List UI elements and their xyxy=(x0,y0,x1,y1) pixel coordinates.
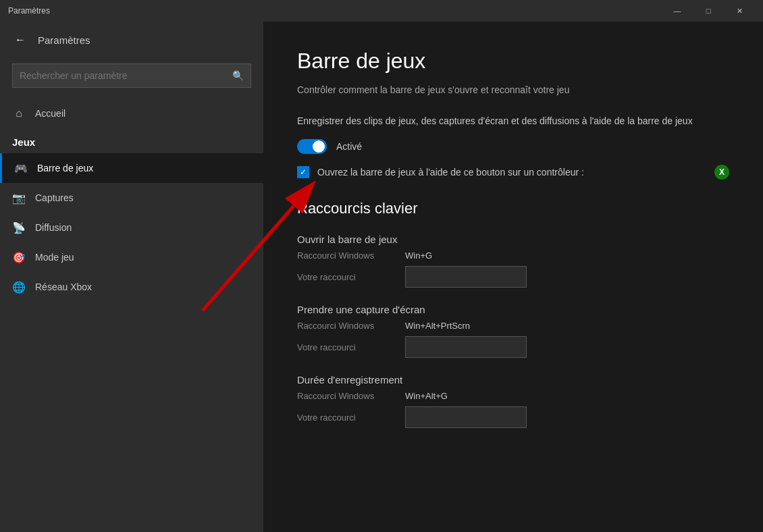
sidebar-item-diffusion[interactable]: 📡 Diffusion xyxy=(0,213,263,242)
search-box: 🔍 xyxy=(12,63,251,88)
shortcut-custom-label-2: Votre raccourci xyxy=(297,342,405,352)
content-area: Barre de jeux Contrôler comment la barre… xyxy=(263,22,763,532)
shortcut-group-open: Ouvrir la barre de jeux Raccourci Window… xyxy=(297,234,729,288)
sidebar-item-label-diffusion: Diffusion xyxy=(35,222,72,233)
sidebar-header: ← Paramètres xyxy=(0,22,263,58)
close-button[interactable]: ✕ xyxy=(724,0,755,22)
shortcut-row-custom-3: Votre raccourci xyxy=(297,406,729,428)
shortcut-row-custom-2: Votre raccourci xyxy=(297,336,729,358)
sidebar-item-label-mode-jeu: Mode jeu xyxy=(35,252,74,263)
titlebar: Paramètres — □ ✕ xyxy=(0,0,763,22)
shortcut-group-screenshot: Prendre une capture d'écran Raccourci Wi… xyxy=(297,304,729,358)
shortcut-custom-label-1: Votre raccourci xyxy=(297,272,405,282)
home-icon: ⌂ xyxy=(12,107,26,120)
main-layout: ← Paramètres 🔍 ⌂ Accueil Jeux 🎮 Barre de… xyxy=(0,22,763,532)
shortcut-group-title-duration: Durée d'enregistrement xyxy=(297,374,729,385)
shortcut-row-windows-2: Raccourci Windows Win+Alt+PrtScrn xyxy=(297,321,729,331)
titlebar-controls: — □ ✕ xyxy=(662,0,755,22)
shortcut-custom-input-1[interactable] xyxy=(405,266,527,288)
sidebar-header-title: Paramètres xyxy=(38,34,90,46)
back-button[interactable]: ← xyxy=(12,31,28,49)
search-icon: 🔍 xyxy=(232,70,244,81)
game-mode-icon: 🎯 xyxy=(12,250,26,264)
shortcut-windows-value-2: Win+Alt+PrtScrn xyxy=(405,321,470,331)
shortcut-group-duration: Durée d'enregistrement Raccourci Windows… xyxy=(297,374,729,428)
shortcut-custom-input-2[interactable] xyxy=(405,336,527,358)
gamepad-icon: 🎮 xyxy=(14,161,28,175)
page-title: Barre de jeux xyxy=(297,49,729,74)
sidebar-item-captures[interactable]: 📷 Captures xyxy=(0,183,263,213)
shortcut-custom-label-3: Votre raccourci xyxy=(297,413,405,423)
shortcut-windows-label-2: Raccourci Windows xyxy=(297,321,405,331)
shortcut-row-windows-1: Raccourci Windows Win+G xyxy=(297,250,729,261)
shortcut-custom-input-3[interactable] xyxy=(405,406,527,428)
sidebar-item-label-reseau-xbox: Réseau Xbox xyxy=(35,282,92,292)
search-input[interactable] xyxy=(20,70,232,81)
sidebar-section-label: Jeux xyxy=(0,128,263,153)
sidebar-item-mode-jeu[interactable]: 🎯 Mode jeu xyxy=(0,242,263,272)
toggle-description: Enregistrer des clips de jeux, des captu… xyxy=(297,114,729,128)
shortcut-windows-label-1: Raccourci Windows xyxy=(297,250,405,261)
shortcut-row-windows-3: Raccourci Windows Win+Alt+G xyxy=(297,391,729,401)
sidebar: ← Paramètres 🔍 ⌂ Accueil Jeux 🎮 Barre de… xyxy=(0,22,263,532)
shortcuts-title: Raccourcis clavier xyxy=(297,200,729,217)
section-subtitle: Contrôler comment la barre de jeux s'ouv… xyxy=(297,84,729,95)
shortcut-windows-label-3: Raccourci Windows xyxy=(297,391,405,401)
shortcut-group-title-screenshot: Prendre une capture d'écran xyxy=(297,304,729,315)
sidebar-item-reseau-xbox[interactable]: 🌐 Réseau Xbox xyxy=(0,272,263,302)
shortcut-group-title-open: Ouvrir la barre de jeux xyxy=(297,234,729,245)
sidebar-item-label-captures: Captures xyxy=(35,192,74,203)
xbox-network-icon: 🌐 xyxy=(12,280,26,294)
titlebar-title: Paramètres xyxy=(8,6,662,16)
sidebar-item-label-barre-de-jeux: Barre de jeux xyxy=(37,163,93,174)
broadcast-icon: 📡 xyxy=(12,221,26,234)
controller-checkbox[interactable]: ✓ xyxy=(297,166,309,178)
shortcut-windows-value-1: Win+G xyxy=(405,250,432,261)
maximize-button[interactable]: □ xyxy=(693,0,724,22)
checkbox-row: ✓ Ouvrez la barre de jeux à l'aide de ce… xyxy=(297,165,729,180)
sidebar-item-barre-de-jeux[interactable]: 🎮 Barre de jeux xyxy=(0,153,263,183)
xbox-controller-icon: X xyxy=(714,165,729,180)
toggle-section: Enregistrer des clips de jeux, des captu… xyxy=(297,114,729,180)
sidebar-item-label-accueil: Accueil xyxy=(35,108,65,119)
sidebar-item-accueil[interactable]: ⌂ Accueil xyxy=(0,99,263,128)
toggle-label: Activé xyxy=(336,141,362,152)
checkbox-label: Ouvrez la barre de jeux à l'aide de ce b… xyxy=(317,167,706,178)
toggle-row: Activé xyxy=(297,139,729,154)
capture-icon: 📷 xyxy=(12,191,26,205)
minimize-button[interactable]: — xyxy=(662,0,693,22)
shortcut-row-custom-1: Votre raccourci xyxy=(297,266,729,288)
game-bar-toggle[interactable] xyxy=(297,139,327,154)
toggle-knob xyxy=(313,140,325,153)
shortcut-windows-value-3: Win+Alt+G xyxy=(405,391,448,401)
